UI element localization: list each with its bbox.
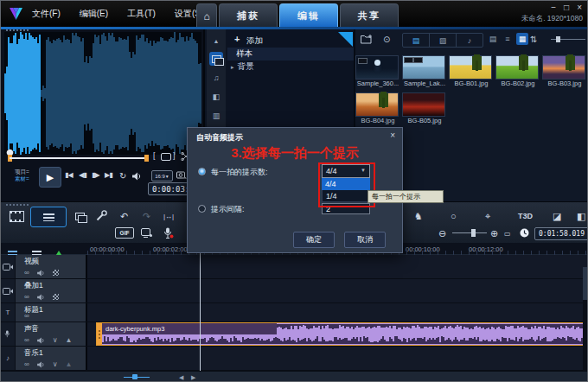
mute-icon[interactable] <box>37 270 45 277</box>
mosaic-icon[interactable] <box>53 270 59 276</box>
template-library-icon[interactable]: ▥ <box>209 109 223 123</box>
mute-icon[interactable] <box>37 361 45 368</box>
track-title[interactable]: T 标题1 ∞ <box>1 303 588 322</box>
track-music[interactable]: ♪ 音乐1 ∞ ∨ ▲ <box>1 347 588 371</box>
mosaic-icon[interactable] <box>53 294 59 300</box>
volume-icon[interactable] <box>132 172 142 181</box>
folder-background[interactable]: ▸ 背景 <box>227 60 354 73</box>
thumbnail-sample-360[interactable]: Sample_360... <box>355 55 400 87</box>
undo-button[interactable]: ↶ <box>120 209 128 223</box>
folder-samples[interactable]: 样本 <box>227 48 354 60</box>
smart-proxy-icon[interactable]: ⊙ <box>383 35 390 44</box>
audio-ducking-icon[interactable]: ▲ <box>66 360 73 368</box>
gif-creator-button[interactable]: GIF <box>115 227 134 239</box>
fit-project-icon[interactable]: |↔| <box>163 209 174 223</box>
transitions-library-icon[interactable]: ◧ <box>209 90 223 104</box>
tools-wrench-icon[interactable] <box>96 210 107 221</box>
mute-icon[interactable] <box>37 337 45 344</box>
track-overlay[interactable]: 叠加1 ∞ <box>1 279 588 303</box>
view-list-icon[interactable]: ≡ <box>502 33 514 45</box>
link-icon[interactable]: ∞ <box>24 293 29 301</box>
motion-tracking-icon[interactable]: ♞ <box>414 209 423 223</box>
zoom-in-icon[interactable]: ⊕ <box>490 226 498 240</box>
menu-tools[interactable]: 工具(T) <box>127 8 156 20</box>
filter-audio-icon[interactable]: ♪ <box>457 34 483 47</box>
collapse-panel-icon[interactable]: ▲ <box>209 34 223 48</box>
link-icon[interactable]: ∞ <box>24 360 29 368</box>
end-frame-button[interactable]: ▶▮ <box>105 171 112 179</box>
link-icon[interactable]: ∞ <box>24 336 29 344</box>
thumbnail-size-slider-handle[interactable] <box>556 36 560 42</box>
audio-clip[interactable]: dark-cyberpunk.mp3 <box>96 322 588 346</box>
link-icon[interactable]: ∞ <box>24 269 29 277</box>
view-thumbnail-icon[interactable]: ▦ <box>516 33 528 45</box>
menu-edit[interactable]: 编辑(E) <box>80 8 108 20</box>
mute-icon[interactable] <box>37 294 45 301</box>
thumbnail-bg-b05[interactable]: BG-B05.jpg <box>402 92 447 124</box>
play-range-icon[interactable] <box>161 153 171 161</box>
thumbnail-bg-b03[interactable]: BG-B03.jpg <box>542 55 587 87</box>
project-mode-label[interactable]: 项目 <box>15 169 26 175</box>
mask-creator-icon[interactable]: ○ <box>451 209 457 223</box>
thumbnail-sample-lake[interactable]: Sample_Lak... <box>402 55 447 87</box>
add-folder-row[interactable]: + 添加 <box>227 32 354 47</box>
track-video[interactable]: 视频 ∞ <box>1 255 588 279</box>
dialog-close-icon[interactable]: × <box>390 131 395 140</box>
scroll-right-icon[interactable]: ▶ <box>191 374 195 381</box>
close-button[interactable]: × <box>577 3 582 12</box>
screen-record-icon[interactable] <box>141 228 152 238</box>
previous-frame-button[interactable]: ◀▮ <box>79 171 86 179</box>
menu-file[interactable]: 文件(F) <box>32 8 61 20</box>
copy-icon[interactable] <box>75 209 85 223</box>
aspect-ratio-selector[interactable]: 16:9▼ <box>151 170 173 181</box>
sort-icon[interactable]: ⇅ <box>530 35 537 44</box>
play-button[interactable]: ▶ <box>39 167 61 188</box>
cancel-button[interactable]: 取消 <box>344 232 386 248</box>
timeline-view-icon[interactable] <box>30 207 67 227</box>
waveform-view-icon[interactable]: ∨ <box>53 360 58 368</box>
timeline-zoom-slider[interactable] <box>452 232 487 233</box>
zoom-out-icon[interactable]: ⊖ <box>438 226 446 240</box>
waveform-view-icon[interactable]: ∨ <box>53 336 58 344</box>
timeline-zoom-handle[interactable] <box>471 229 476 237</box>
color-adjust-icon[interactable]: ◧ <box>577 209 585 223</box>
view-strip-icon[interactable]: ▤ <box>487 33 499 45</box>
filter-video-icon[interactable]: ▤ <box>403 34 430 47</box>
repeat-button[interactable]: ↻ <box>119 171 126 181</box>
thumbnail-bg-b02[interactable]: BG-B02.jpg <box>495 55 540 87</box>
media-library-icon[interactable] <box>209 52 223 66</box>
trim-bar[interactable] <box>10 157 146 159</box>
scroll-left-icon[interactable]: ◀ <box>179 374 183 381</box>
project-duration[interactable]: 0:01:58.019 <box>534 227 588 240</box>
storyboard-view-icon[interactable] <box>10 209 24 223</box>
mini-zoom-handle[interactable] <box>132 374 137 379</box>
panel-drag-handle[interactable] <box>6 29 29 31</box>
playhead[interactable] <box>200 243 201 371</box>
track-transparency-icon[interactable]: ⌖ <box>485 209 490 223</box>
maximize-button[interactable]: □ <box>564 3 569 12</box>
panel-drag-handle[interactable] <box>6 204 29 206</box>
snapshot-icon[interactable] <box>176 170 187 179</box>
duration-clock-icon[interactable] <box>520 228 529 238</box>
tab-edit[interactable]: 编辑 <box>279 3 338 28</box>
beats-radio[interactable] <box>198 168 206 175</box>
clip-mode-label[interactable]: 素材 <box>15 175 26 181</box>
audio-library-icon[interactable]: ♫ <box>209 71 223 85</box>
audio-ducking-icon[interactable]: ▲ <box>66 336 73 344</box>
filter-photo-icon[interactable]: ▨ <box>430 34 457 47</box>
next-frame-button[interactable]: ▮▶ <box>92 171 99 179</box>
mask-editor-icon[interactable]: ◪ <box>553 209 561 223</box>
fit-timeline-icon[interactable]: ▭ <box>504 226 511 240</box>
tab-home[interactable]: ⌂ <box>196 3 217 28</box>
mark-out-icon[interactable]: ] <box>173 151 176 160</box>
interval-radio[interactable] <box>198 205 206 213</box>
thumbnail-bg-b04[interactable]: BG-B04.jpg <box>355 92 400 124</box>
3d-title-icon[interactable]: T3D <box>518 209 533 223</box>
ok-button[interactable]: 确定 <box>293 232 335 248</box>
pinned-ribbon-icon[interactable] <box>338 32 353 47</box>
import-folder-icon[interactable] <box>361 34 374 44</box>
voiceover-mic-icon[interactable] <box>163 227 174 239</box>
tab-capture[interactable]: 捕获 <box>219 3 278 28</box>
minimize-button[interactable]: − <box>551 3 556 12</box>
link-icon[interactable]: ∞ <box>24 312 29 320</box>
